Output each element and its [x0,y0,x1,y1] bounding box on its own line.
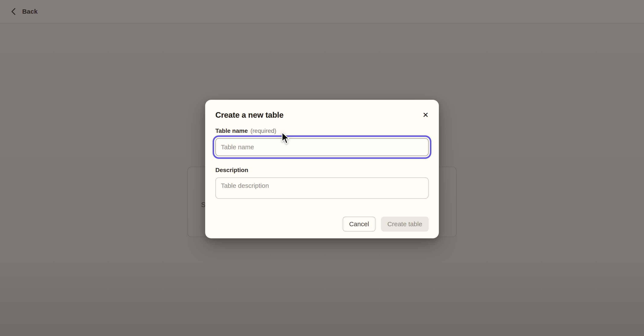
chevron-left-icon [10,8,17,15]
table-name-label: Table name [216,128,248,134]
close-icon: ✕ [423,111,429,119]
top-bar: Back [0,0,644,24]
dialog-actions: Cancel Create table [216,216,428,232]
create-table-dialog: Create a new table ✕ Table name (require… [205,100,439,238]
table-description-input[interactable] [216,178,428,199]
back-button-label: Back [22,8,38,15]
dialog-title: Create a new table [216,110,284,120]
required-hint: (required) [250,128,276,134]
close-button[interactable]: ✕ [421,111,430,119]
description-label: Description [216,167,248,173]
description-label-row: Description [216,166,428,175]
description-block: Description [216,166,428,200]
table-name-label-row: Table name (required) [216,127,428,136]
back-button[interactable]: Back [10,8,38,15]
cancel-button[interactable]: Cancel [343,216,375,232]
create-table-button[interactable]: Create table [381,216,428,232]
dialog-header: Create a new table ✕ [216,110,428,120]
table-name-input[interactable] [216,138,428,156]
